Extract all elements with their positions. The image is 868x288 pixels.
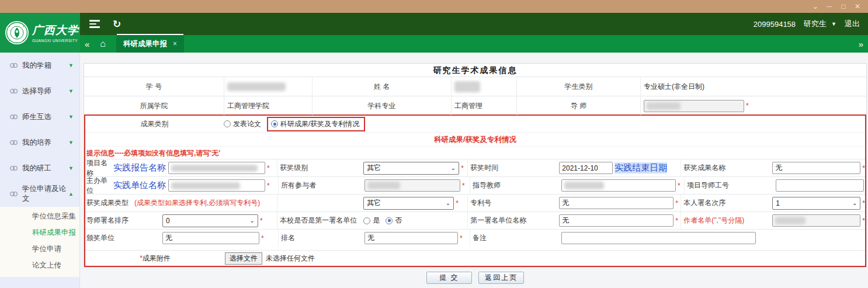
student-id-label: 学 号	[84, 77, 224, 96]
info-row-2: 所属学院 工商管理学院 学科专业 工商管理 导 师 *	[84, 96, 866, 115]
project-advisor-id-input[interactable]	[776, 179, 864, 192]
required-mark: *	[260, 217, 263, 225]
radio-icon[interactable]	[363, 217, 370, 224]
tab-close-icon[interactable]: ×	[173, 40, 177, 48]
link-icon	[9, 63, 18, 68]
menu-toggle-icon[interactable]	[89, 20, 100, 28]
project-name-input[interactable]	[168, 162, 265, 174]
university-name-cn: 广西大学	[32, 23, 79, 38]
sidebar-item-yangong[interactable]: 我的研工 ▼	[0, 155, 79, 181]
chevron-up-icon: ▲	[68, 191, 74, 197]
link-icon	[9, 114, 18, 120]
window-maximize-icon[interactable]: □	[836, 0, 850, 13]
sidebar-item-xueji[interactable]: 我的学籍 ▼	[0, 53, 79, 78]
form-row-project: 项目名称 实践报告名称 * 获奖级别 其它⌄ * 获奖时间 2021-	[85, 159, 865, 176]
sidebar-item-label: 我的学籍	[22, 61, 68, 71]
award-level-select[interactable]: 其它⌄	[363, 162, 459, 175]
instructor-label: 指导教师	[473, 181, 561, 190]
user-role-menu[interactable]: 研究生	[804, 19, 827, 29]
advisor-input[interactable]	[644, 100, 744, 112]
required-mark: *	[862, 164, 865, 172]
chevron-down-icon: ▼	[68, 63, 74, 68]
form-row-attachment: *成果附件 选择文件 未选择任何文件	[85, 250, 865, 266]
sidebar-item-peiyang[interactable]: 我的培养 ▼	[0, 130, 79, 155]
student-type-label: 学生类别	[516, 77, 640, 96]
radio-icon[interactable]	[224, 120, 231, 127]
radio-first-unit-no[interactable]: 否	[386, 216, 402, 225]
patent-number-input[interactable]: 无	[559, 197, 673, 209]
category-label: 成果类别	[85, 119, 224, 129]
choose-file-button[interactable]: 选择文件	[225, 252, 262, 265]
ranking-label: 排名	[281, 233, 364, 243]
advisor-order-select[interactable]: 0⌄	[162, 214, 258, 227]
award-date-annotation: 实践结束日期	[614, 162, 667, 174]
role-dropdown-arrow-icon[interactable]: ▼	[831, 21, 836, 27]
required-mark: *	[675, 199, 678, 207]
chevron-down-icon: ▼	[68, 114, 74, 120]
sidebar-subitem-lunwen-shangchuan[interactable]: 论文上传	[0, 257, 79, 273]
award-result-name-input[interactable]: 无	[772, 162, 860, 174]
dropdown-arrow-icon: ⌄	[451, 165, 456, 171]
form-actions: 提 交 返回上页	[84, 272, 867, 284]
logout-button[interactable]: 退出	[845, 19, 860, 29]
window-restore-icon[interactable]: ⌄	[808, 0, 822, 13]
sidebar-submenu: 学位信息采集 科研成果申报 学位申请 论文上传	[0, 207, 79, 277]
sidebar-item-xuanze-daoshi[interactable]: 选择导师 ▼	[0, 78, 79, 104]
first-unit-name-input[interactable]: 无	[559, 214, 673, 227]
back-button[interactable]: 返回上页	[478, 272, 524, 284]
radio-icon[interactable]	[386, 217, 393, 224]
participants-input[interactable]	[364, 179, 460, 192]
header-user-area: 2099594158 研究生 ▼ 退出	[754, 13, 860, 35]
tabs-scroll-left-icon[interactable]: «	[85, 39, 89, 49]
college-value: 工商管理学院	[224, 96, 312, 115]
window-close-icon[interactable]: ✕	[850, 0, 864, 13]
radio-label: 科研成果/获奖及专利情况	[280, 119, 359, 129]
dropdown-arrow-icon: ⌄	[250, 217, 255, 224]
achievement-type-select[interactable]: 其它⌄	[363, 197, 454, 210]
radio-first-unit-yes[interactable]: 是	[363, 216, 380, 225]
required-mark: *	[678, 182, 680, 190]
instructor-input[interactable]	[561, 179, 676, 192]
college-label: 所属学院	[84, 96, 224, 115]
sidebar-subitem-xuewei-shenqing[interactable]: 学位申请	[0, 241, 79, 257]
sidebar-subitem-chengguo-shenbao[interactable]: 科研成果申报	[0, 224, 79, 241]
advisor-field-cell: *	[640, 96, 866, 115]
remark-input[interactable]	[561, 232, 756, 244]
organizer-input[interactable]	[168, 179, 265, 192]
window-minimize-icon[interactable]: ─	[822, 0, 836, 13]
student-type-value: 专业硕士(非全日制)	[640, 77, 866, 96]
ranking-input[interactable]: 无	[364, 232, 458, 244]
tab-keyan-chengguo-shenbao[interactable]: 科研成果申报 ×	[116, 35, 184, 53]
patent-note: (成果类型如果选择专利,必须填写专利号)	[134, 198, 260, 208]
self-author-order-label: 本人署名次序	[683, 198, 772, 208]
tabs-scroll-right-icon[interactable]: »	[859, 39, 863, 49]
award-unit-input[interactable]: 无	[162, 232, 259, 244]
self-author-order-select[interactable]: 1⌄	[772, 197, 860, 210]
submit-button[interactable]: 提 交	[426, 272, 472, 284]
home-icon[interactable]: ⌂	[100, 39, 106, 49]
achievement-section: 成果类别 发表论文 科研成果/获奖及专利情况 科研成果/获奖及专利情况 提示信息…	[84, 114, 866, 267]
required-mark: *	[261, 234, 264, 242]
required-mark: *	[462, 182, 465, 190]
sidebar-item-label: 我的研工	[22, 164, 68, 174]
sidebar-subitem-xinxicaiji[interactable]: 学位信息采集	[0, 208, 79, 224]
info-row-1: 学 号 姓 名 学生类别 专业硕士(非全日制)	[84, 77, 866, 96]
major-value: 工商管理	[451, 96, 516, 115]
organizer-label: 主办单位	[86, 176, 113, 196]
award-date-input[interactable]: 2021-12-10	[559, 162, 613, 174]
category-row: 成果类别 发表论文 科研成果/获奖及专利情况	[85, 116, 865, 132]
university-logo: ●● ●● 广西大学 GUANGXI UNIVERSITY	[0, 13, 80, 53]
sidebar-item-xuewei-lunwen[interactable]: 学位申请及论文 ▲	[0, 181, 79, 207]
participants-label: 所有参与者	[281, 181, 364, 190]
tab-bar: « ⌂ 科研成果申报 × »	[0, 35, 868, 53]
achievement-type-label: 获奖成果类型	[86, 198, 129, 208]
first-unit-name-label: 第一署名单位名称	[470, 216, 559, 225]
radio-publish-paper[interactable]: 发表论文	[224, 119, 261, 129]
author-list-input[interactable]	[772, 214, 860, 227]
radio-icon[interactable]	[271, 120, 278, 127]
sidebar-item-shisheng-huxuan[interactable]: 师生互选 ▼	[0, 104, 79, 130]
first-unit-question-label: 本校是否是第一署名单位	[280, 216, 363, 225]
radio-research-achievement[interactable]: 科研成果/获奖及专利情况	[267, 117, 365, 131]
refresh-icon[interactable]: ↻	[113, 18, 121, 30]
name-label: 姓 名	[312, 77, 451, 96]
